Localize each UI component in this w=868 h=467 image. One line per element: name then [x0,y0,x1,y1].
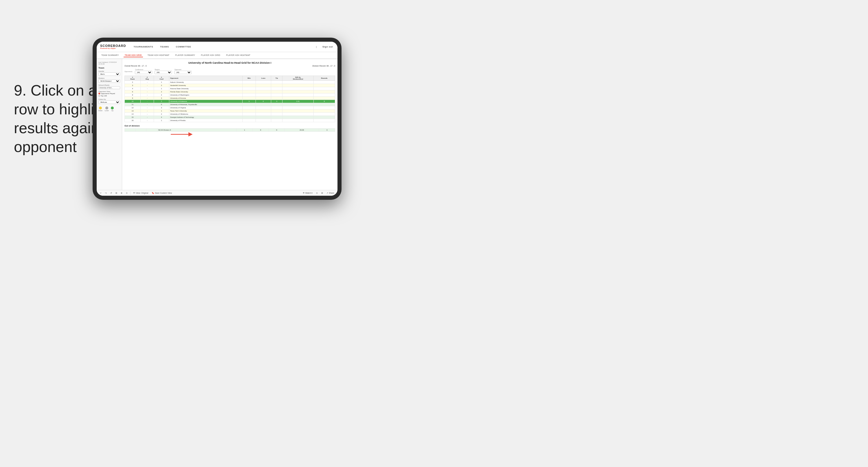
cell-opponent: University of Washington [169,93,242,97]
toolbar-save-custom[interactable]: 🔖 Save Custom View [151,192,173,195]
toolbar-undo[interactable]: ↩ [99,192,102,195]
nav-signin-separator: | [316,46,317,48]
table-row[interactable]: 12-3University of Virginia [125,106,335,110]
th-diff: Diff AvStrokes/Rnd [282,76,313,81]
cell-tie: 0 [271,100,282,103]
subnav: TEAM SUMMARY TEAM H2H GRID TEAM H2H HEAT… [97,52,338,59]
toolbar-icon2[interactable]: ⊞ [320,192,324,195]
radio-dot-opponents-played [98,93,100,94]
table-header-row: #Rank #Reg #Conf Opponent Win Loss Tie D… [125,76,335,81]
filter-region-select[interactable]: (All) [155,71,172,74]
table-row[interactable]: 6-2Florida State University [125,90,335,93]
legend-circle-down [99,107,102,110]
subnav-team-h2h-grid[interactable]: TEAM H2H GRID [124,54,143,57]
cell-diff [282,113,313,116]
table-row[interactable]: 11-6University of Arkansas, Fayetteville [125,103,335,106]
table-row[interactable]: 4-1Arizona State University [125,87,335,90]
legend-up: Up [111,107,114,112]
nav-item-teams[interactable]: TEAMS [159,45,170,49]
subnav-team-h2h-heatmap[interactable]: TEAM H2H HEATMAP [147,54,170,57]
cell-win: 3 [243,100,255,103]
cell-opponent: Texas Tech University [169,110,242,113]
cell-diff [282,87,313,90]
cell-rounds [313,110,335,113]
out-div-win: 1 [237,128,253,132]
cell-rounds [313,97,335,100]
overall-record: Overall Record: 89 - 17 - 0 [124,65,147,67]
cell-rounds [313,81,335,84]
table-row[interactable]: 16-1University of Florida [125,119,335,122]
table-row[interactable]: 13-1Texas Tech University [125,110,335,113]
cell-rounds [313,106,335,110]
sidebar-division-label: Division [98,77,120,79]
toolbar-icon1[interactable]: ⊙ [315,192,319,195]
out-of-division-row[interactable]: NCAA Division II 1 0 0 26.00 3 [125,128,335,132]
cell-rounds [313,116,335,119]
th-win: Win [243,76,255,81]
cell-conf: 1 [154,110,169,113]
toolbar-add[interactable]: ⊕ [120,192,123,195]
toolbar-settings[interactable]: ⊙ [125,192,128,195]
cell-diff [282,116,313,119]
cell-loss: 0 [255,100,271,103]
h2h-table: #Rank #Reg #Conf Opponent Win Loss Tie D… [124,76,335,122]
filter-conference-label: Conference [135,68,152,70]
nav-signin-button[interactable]: Sign out [321,45,334,49]
table-body: 2-1Auburn University3-2Vanderbilt Univer… [125,81,335,122]
filter-conference-select[interactable]: (All) [135,71,152,74]
table-row[interactable]: 8-2University of Washington [125,93,335,97]
sidebar-colour-select[interactable]: Win/Loss [98,100,120,104]
cell-opponent: Florida State University [169,90,242,93]
table-row[interactable]: 3-2Vanderbilt University [125,84,335,87]
table-row[interactable]: 14-2University of Oklahoma [125,113,335,116]
th-loss: Loss [255,76,271,81]
cell-tie [271,84,282,87]
toolbar-redo[interactable]: ↪ [104,192,108,195]
radio-opponents-played[interactable]: Opponents Played [98,93,120,94]
cell-diff [282,103,313,106]
cell-rounds [313,87,335,90]
cell-rounds [313,93,335,97]
radio-top100[interactable]: Top 100 [98,95,120,97]
table-row[interactable]: 15-4Georgia Institute of Technology [125,116,335,119]
cell-win [243,90,255,93]
legend-down: Down [98,107,102,112]
cell-loss [255,106,271,110]
subnav-player-h2h-grid[interactable]: PLAYER H2H GRID [200,54,221,57]
table-row[interactable]: 9-3University of Arizona [125,97,335,100]
out-div-rank [125,128,136,132]
cell-rank: 6 [125,90,141,93]
sidebar-school-value[interactable]: University of Nort... [98,86,120,89]
cell-opponent: University of Virginia [169,106,242,110]
cell-win [243,103,255,106]
sidebar-opponent-view-label: Opponent View [98,91,120,92]
toolbar-reset[interactable]: ↺ [110,192,113,195]
cell-reg: - [141,103,154,106]
division-record: Division Record: 88 - 17 - 0 [312,65,335,67]
toolbar-view-original[interactable]: 👁 View: Original [132,192,149,194]
sidebar-gender-select[interactable]: Men's [98,72,120,76]
cell-conf: 2 [154,84,169,87]
nav-item-committee[interactable]: COMMITTEE [175,45,192,49]
grid-title: University of North Carolina Head-to-Hea… [124,61,335,64]
cell-win [243,84,255,87]
cell-conf: 3 [154,97,169,100]
subnav-player-h2h-heatmap[interactable]: PLAYER H2H HEATMAP [225,54,251,57]
toolbar-grid[interactable]: ⊞ [115,192,118,195]
cell-diff [282,93,313,97]
filter-opponents-label: Opponents: [124,71,132,72]
toolbar-share[interactable]: ↗ Share [326,192,335,195]
cell-tie [271,81,282,84]
toolbar-watch[interactable]: 👁 Watch ▾ [302,192,314,195]
last-updated: Last Updated: 27/03/2024 16:55:38 [98,61,120,65]
table-row[interactable]: 2-1Auburn University [125,81,335,84]
filter-opponent-select[interactable]: (All) [174,71,192,74]
nav-item-tournaments[interactable]: TOURNAMENTS [132,45,154,49]
table-row[interactable]: 10-5University of Alabama3002.618 [125,100,335,103]
cell-reg: - [141,110,154,113]
subnav-player-summary[interactable]: PLAYER SUMMARY [174,54,196,57]
filter-region-label: Region [155,68,172,70]
sidebar-division-select[interactable]: NCAA Division I [98,79,120,83]
subnav-team-summary[interactable]: TEAM SUMMARY [100,54,120,57]
cell-loss [255,84,271,87]
